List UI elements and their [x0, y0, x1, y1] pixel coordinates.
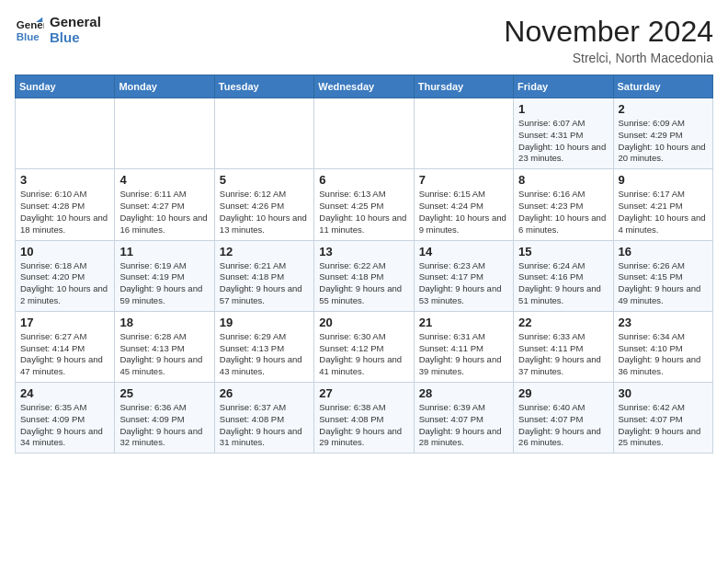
calendar-table: SundayMondayTuesdayWednesdayThursdayFrid…: [15, 75, 713, 454]
title-block: November 2024 Strelci, North Macedonia: [504, 15, 713, 65]
day-number: 28: [419, 386, 508, 400]
day-info: Sunrise: 6:13 AM Sunset: 4:25 PM Dayligh…: [319, 189, 408, 236]
day-info: Sunrise: 6:31 AM Sunset: 4:11 PM Dayligh…: [419, 331, 508, 378]
calendar-cell: 16Sunrise: 6:26 AM Sunset: 4:15 PM Dayli…: [613, 240, 712, 311]
day-info: Sunrise: 6:24 AM Sunset: 4:16 PM Dayligh…: [518, 260, 608, 307]
logo-icon: General Blue: [15, 16, 44, 45]
calendar-cell: 15Sunrise: 6:24 AM Sunset: 4:16 PM Dayli…: [514, 240, 613, 311]
day-number: 7: [419, 173, 508, 187]
calendar-cell: 28Sunrise: 6:39 AM Sunset: 4:07 PM Dayli…: [414, 383, 513, 454]
day-number: 8: [518, 173, 608, 187]
header-day-saturday: Saturday: [613, 75, 712, 98]
day-number: 20: [319, 316, 408, 329]
day-info: Sunrise: 6:42 AM Sunset: 4:07 PM Dayligh…: [619, 402, 708, 449]
calendar-cell: [115, 98, 214, 169]
calendar-cell: 30Sunrise: 6:42 AM Sunset: 4:07 PM Dayli…: [613, 383, 712, 454]
day-info: Sunrise: 6:38 AM Sunset: 4:08 PM Dayligh…: [319, 402, 408, 449]
calendar-cell: [314, 98, 414, 169]
header-day-monday: Monday: [115, 75, 214, 98]
day-number: 27: [319, 386, 408, 400]
calendar-cell: 14Sunrise: 6:23 AM Sunset: 4:17 PM Dayli…: [414, 240, 513, 311]
logo-text-line2: Blue: [50, 30, 101, 46]
day-number: 15: [518, 245, 608, 259]
day-info: Sunrise: 6:09 AM Sunset: 4:29 PM Dayligh…: [619, 118, 708, 165]
month-title: November 2024: [504, 15, 713, 49]
day-number: 9: [619, 173, 708, 187]
day-info: Sunrise: 6:15 AM Sunset: 4:24 PM Dayligh…: [419, 189, 508, 236]
calendar-cell: 3Sunrise: 6:10 AM Sunset: 4:28 PM Daylig…: [16, 169, 115, 240]
header-day-tuesday: Tuesday: [214, 75, 313, 98]
calendar-cell: 17Sunrise: 6:27 AM Sunset: 4:14 PM Dayli…: [16, 311, 115, 382]
day-number: 6: [319, 173, 408, 187]
calendar-cell: 18Sunrise: 6:28 AM Sunset: 4:13 PM Dayli…: [115, 311, 214, 382]
day-info: Sunrise: 6:26 AM Sunset: 4:15 PM Dayligh…: [619, 260, 708, 307]
day-info: Sunrise: 6:30 AM Sunset: 4:12 PM Dayligh…: [319, 331, 408, 378]
calendar-cell: 9Sunrise: 6:17 AM Sunset: 4:21 PM Daylig…: [613, 169, 712, 240]
day-info: Sunrise: 6:17 AM Sunset: 4:21 PM Dayligh…: [619, 189, 708, 236]
day-number: 18: [119, 316, 209, 329]
day-info: Sunrise: 6:22 AM Sunset: 4:18 PM Dayligh…: [319, 260, 408, 307]
day-info: Sunrise: 6:21 AM Sunset: 4:18 PM Dayligh…: [220, 260, 309, 307]
day-number: 14: [419, 245, 508, 259]
day-info: Sunrise: 6:07 AM Sunset: 4:31 PM Dayligh…: [518, 118, 608, 165]
week-row-0: 1Sunrise: 6:07 AM Sunset: 4:31 PM Daylig…: [16, 98, 713, 169]
day-info: Sunrise: 6:28 AM Sunset: 4:13 PM Dayligh…: [119, 331, 209, 378]
calendar-cell: 25Sunrise: 6:36 AM Sunset: 4:09 PM Dayli…: [115, 383, 214, 454]
week-row-1: 3Sunrise: 6:10 AM Sunset: 4:28 PM Daylig…: [16, 169, 713, 240]
calendar-cell: 7Sunrise: 6:15 AM Sunset: 4:24 PM Daylig…: [414, 169, 513, 240]
day-info: Sunrise: 6:19 AM Sunset: 4:19 PM Dayligh…: [119, 260, 209, 307]
day-info: Sunrise: 6:18 AM Sunset: 4:20 PM Dayligh…: [20, 260, 109, 307]
day-number: 25: [119, 386, 209, 400]
calendar-cell: 5Sunrise: 6:12 AM Sunset: 4:26 PM Daylig…: [214, 169, 313, 240]
calendar-cell: 12Sunrise: 6:21 AM Sunset: 4:18 PM Dayli…: [214, 240, 313, 311]
logo-text-line1: General: [50, 15, 101, 30]
calendar-cell: 1Sunrise: 6:07 AM Sunset: 4:31 PM Daylig…: [514, 98, 613, 169]
svg-text:Blue: Blue: [17, 30, 40, 41]
logo: General Blue General Blue: [15, 15, 101, 45]
day-number: 5: [220, 173, 309, 187]
day-number: 22: [518, 316, 608, 329]
day-info: Sunrise: 6:27 AM Sunset: 4:14 PM Dayligh…: [20, 331, 109, 378]
day-info: Sunrise: 6:34 AM Sunset: 4:10 PM Dayligh…: [619, 331, 708, 378]
calendar-body: 1Sunrise: 6:07 AM Sunset: 4:31 PM Daylig…: [16, 98, 713, 454]
day-number: 17: [20, 316, 109, 329]
day-number: 4: [119, 173, 209, 187]
week-row-2: 10Sunrise: 6:18 AM Sunset: 4:20 PM Dayli…: [16, 240, 713, 311]
day-info: Sunrise: 6:23 AM Sunset: 4:17 PM Dayligh…: [419, 260, 508, 307]
day-info: Sunrise: 6:35 AM Sunset: 4:09 PM Dayligh…: [20, 402, 109, 449]
header-day-sunday: Sunday: [16, 75, 115, 98]
day-info: Sunrise: 6:33 AM Sunset: 4:11 PM Dayligh…: [518, 331, 608, 378]
day-info: Sunrise: 6:40 AM Sunset: 4:07 PM Dayligh…: [518, 402, 608, 449]
day-info: Sunrise: 6:16 AM Sunset: 4:23 PM Dayligh…: [518, 189, 608, 236]
calendar-cell: 10Sunrise: 6:18 AM Sunset: 4:20 PM Dayli…: [16, 240, 115, 311]
day-number: 1: [518, 102, 608, 116]
calendar-cell: [414, 98, 513, 169]
day-number: 26: [220, 386, 309, 400]
day-number: 30: [619, 386, 708, 400]
page-header: General Blue General Blue November 2024 …: [15, 15, 713, 65]
day-number: 23: [619, 316, 708, 329]
week-row-4: 24Sunrise: 6:35 AM Sunset: 4:09 PM Dayli…: [16, 383, 713, 454]
header-day-friday: Friday: [514, 75, 613, 98]
calendar-cell: 2Sunrise: 6:09 AM Sunset: 4:29 PM Daylig…: [613, 98, 712, 169]
day-number: 11: [119, 245, 209, 259]
calendar-cell: 20Sunrise: 6:30 AM Sunset: 4:12 PM Dayli…: [314, 311, 414, 382]
calendar-cell: 22Sunrise: 6:33 AM Sunset: 4:11 PM Dayli…: [514, 311, 613, 382]
calendar-cell: 29Sunrise: 6:40 AM Sunset: 4:07 PM Dayli…: [514, 383, 613, 454]
day-info: Sunrise: 6:36 AM Sunset: 4:09 PM Dayligh…: [119, 402, 209, 449]
day-number: 19: [220, 316, 309, 329]
header-day-wednesday: Wednesday: [314, 75, 414, 98]
calendar-cell: [16, 98, 115, 169]
day-number: 2: [619, 102, 708, 116]
calendar-cell: 26Sunrise: 6:37 AM Sunset: 4:08 PM Dayli…: [214, 383, 313, 454]
calendar-header: SundayMondayTuesdayWednesdayThursdayFrid…: [16, 75, 713, 98]
day-number: 13: [319, 245, 408, 259]
day-info: Sunrise: 6:11 AM Sunset: 4:27 PM Dayligh…: [119, 189, 209, 236]
day-info: Sunrise: 6:12 AM Sunset: 4:26 PM Dayligh…: [220, 189, 309, 236]
calendar-cell: 8Sunrise: 6:16 AM Sunset: 4:23 PM Daylig…: [514, 169, 613, 240]
day-number: 16: [619, 245, 708, 259]
calendar-cell: [214, 98, 313, 169]
day-info: Sunrise: 6:39 AM Sunset: 4:07 PM Dayligh…: [419, 402, 508, 449]
day-number: 29: [518, 386, 608, 400]
calendar-cell: 6Sunrise: 6:13 AM Sunset: 4:25 PM Daylig…: [314, 169, 414, 240]
